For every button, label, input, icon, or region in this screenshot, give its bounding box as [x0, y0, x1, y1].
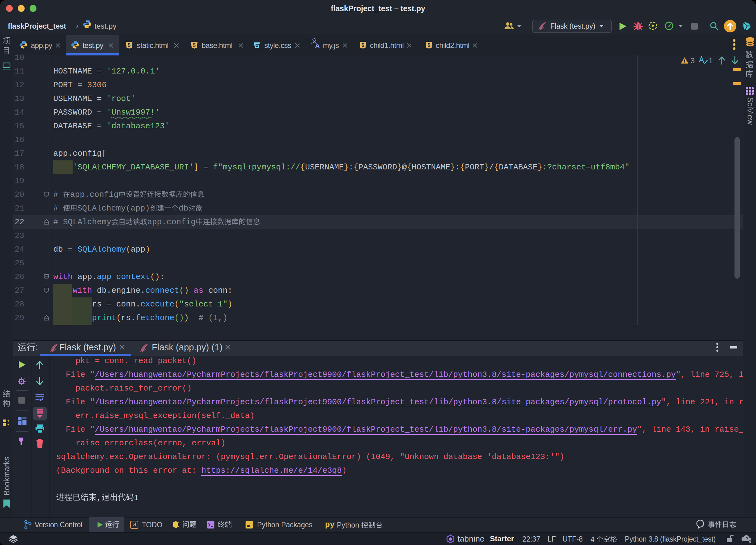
svg-text:5: 5	[193, 43, 196, 48]
svg-text:?: ?	[745, 536, 748, 541]
svg-text:5: 5	[428, 43, 430, 48]
svg-text:5: 5	[128, 43, 131, 48]
svg-text:5: 5	[361, 43, 364, 48]
